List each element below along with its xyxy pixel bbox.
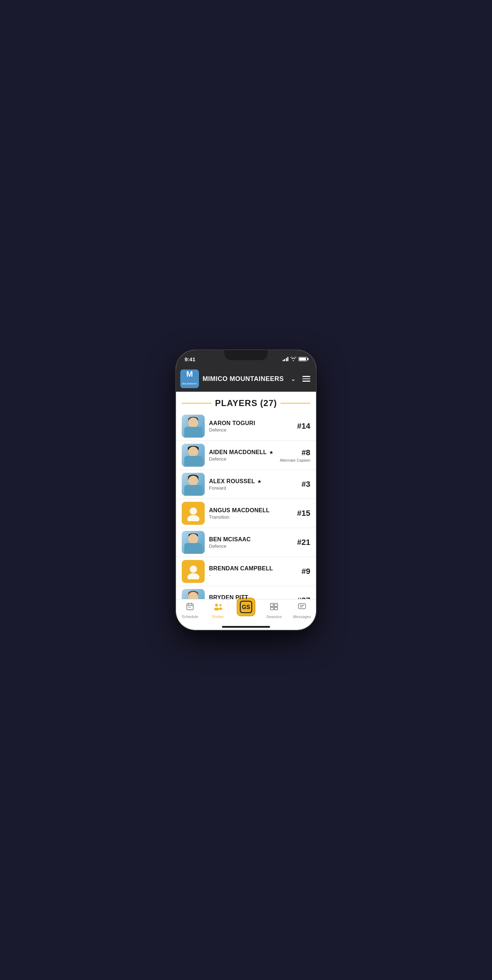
player-name: ANGUS MACDONELL xyxy=(209,507,270,514)
nav-item-roster[interactable]: Roster xyxy=(204,602,232,619)
player-list: AARON TOGURI Defence #14 xyxy=(176,412,316,599)
svg-rect-8 xyxy=(188,607,189,608)
player-number: #8 xyxy=(280,448,310,457)
team-name: MIMICO MOUNTAINEERS xyxy=(203,375,287,383)
title-line-right xyxy=(281,403,310,404)
team-logo: M Mountaineers xyxy=(180,369,199,388)
team-header: M Mountaineers MIMICO MOUNTAINEERS ⌄ xyxy=(176,366,316,392)
svg-rect-18 xyxy=(270,607,274,610)
nav-seasons-label: Seasons xyxy=(267,614,282,619)
wifi-icon xyxy=(291,357,296,361)
player-avatar xyxy=(182,560,205,583)
player-position: Defence xyxy=(209,456,275,462)
battery-icon xyxy=(299,357,307,361)
player-info: BEN MCISAAC Defence xyxy=(209,536,293,549)
players-title: PLAYERS (27) xyxy=(215,398,277,408)
player-number-col: #3 xyxy=(302,480,310,489)
schedule-icon xyxy=(186,602,194,613)
bottom-nav: Schedule Roster GS xyxy=(176,599,316,626)
player-row[interactable]: ALEX ROUSSEL ★ Forward #3 xyxy=(176,470,316,499)
svg-point-6 xyxy=(187,573,199,579)
player-avatar xyxy=(182,502,205,525)
player-name: AIDEN MACDONELL xyxy=(209,449,267,455)
player-number: #15 xyxy=(297,509,310,518)
player-row[interactable]: AARON TOGURI Defence #14 xyxy=(176,412,316,441)
player-number: #21 xyxy=(297,538,310,547)
alternate-captain-label: Alternate Captain xyxy=(280,458,310,462)
status-icons xyxy=(283,357,308,361)
player-avatar xyxy=(182,444,205,467)
svg-point-12 xyxy=(219,604,222,606)
player-avatar xyxy=(182,531,205,554)
svg-point-3 xyxy=(190,507,197,514)
svg-point-4 xyxy=(187,515,199,521)
svg-text:M: M xyxy=(186,369,193,379)
svg-text:GS: GS xyxy=(242,604,250,610)
player-name: BRYDEN PITT xyxy=(209,594,248,600)
player-number-col: #27 xyxy=(297,596,310,599)
player-name: BRENDAN CAMPBELL xyxy=(209,565,273,572)
player-number: #9 xyxy=(302,567,310,576)
player-position: Defence xyxy=(209,543,293,549)
nav-item-schedule[interactable]: Schedule xyxy=(176,602,204,619)
player-row[interactable]: ANGUS MACDONELL Transition #15 xyxy=(176,499,316,528)
svg-point-11 xyxy=(214,608,219,611)
svg-rect-19 xyxy=(275,607,278,610)
player-position: - xyxy=(209,573,297,578)
player-number: #14 xyxy=(297,422,310,431)
players-title-row: PLAYERS (27) xyxy=(176,392,316,412)
player-name: ALEX ROUSSEL xyxy=(209,478,255,485)
player-row[interactable]: BEN MCISAAC Defence #21 xyxy=(176,528,316,557)
svg-text:Mountaineers: Mountaineers xyxy=(182,382,198,385)
player-avatar xyxy=(182,473,205,496)
svg-point-5 xyxy=(190,565,197,573)
menu-icon[interactable] xyxy=(302,376,310,382)
star-icon: ★ xyxy=(257,479,262,484)
player-row[interactable]: BRENDAN CAMPBELL - #9 xyxy=(176,557,316,586)
title-line-left xyxy=(182,403,211,404)
player-position: Defence xyxy=(209,427,293,433)
signal-icon xyxy=(283,357,289,361)
nav-item-messages[interactable]: Messages xyxy=(288,602,316,619)
player-number: #27 xyxy=(297,596,310,599)
player-info: ALEX ROUSSEL ★ Forward xyxy=(209,478,297,491)
player-info: BRYDEN PITT Transition xyxy=(209,594,293,600)
home-indicator xyxy=(222,626,270,628)
gs-logo: GS xyxy=(236,598,256,616)
nav-item-seasons[interactable]: Seasons xyxy=(260,602,288,619)
nav-roster-label: Roster xyxy=(212,614,224,619)
player-info: AARON TOGURI Defence xyxy=(209,420,293,433)
player-position: Transition xyxy=(209,514,293,520)
player-avatar xyxy=(182,415,205,438)
star-icon: ★ xyxy=(269,449,274,455)
svg-rect-9 xyxy=(190,607,191,608)
messages-icon xyxy=(298,602,306,613)
player-name: BEN MCISAAC xyxy=(209,536,251,543)
player-info: BRENDAN CAMPBELL - xyxy=(209,565,297,578)
nav-schedule-label: Schedule xyxy=(182,614,198,619)
player-row[interactable]: AIDEN MACDONELL ★ Defence #8 Alternate C… xyxy=(176,441,316,470)
player-row[interactable]: BRYDEN PITT Transition #27 xyxy=(176,586,316,599)
player-info: AIDEN MACDONELL ★ Defence xyxy=(209,449,275,462)
svg-rect-7 xyxy=(187,604,193,610)
phone-screen: 9:41 M Mountaineers xyxy=(176,350,316,630)
player-info: ANGUS MACDONELL Transition xyxy=(209,507,293,520)
nav-messages-label: Messages xyxy=(293,614,311,619)
player-number-col: #8 Alternate Captain xyxy=(280,448,310,462)
svg-point-10 xyxy=(215,604,218,606)
player-number-col: #21 xyxy=(297,538,310,547)
status-time: 9:41 xyxy=(185,356,195,362)
player-number-col: #15 xyxy=(297,509,310,518)
player-name: AARON TOGURI xyxy=(209,420,256,426)
player-number-col: #14 xyxy=(297,422,310,431)
phone-frame: 9:41 M Mountaineers xyxy=(176,350,316,630)
seasons-icon xyxy=(270,602,278,613)
chevron-down-icon[interactable]: ⌄ xyxy=(291,375,296,383)
player-number-col: #9 xyxy=(302,567,310,576)
svg-point-13 xyxy=(219,608,222,610)
main-content: PLAYERS (27) AARON xyxy=(176,392,316,599)
player-avatar xyxy=(182,589,205,599)
nav-item-home[interactable]: GS xyxy=(232,605,260,616)
player-number: #3 xyxy=(302,480,310,489)
phone-notch xyxy=(224,350,268,360)
